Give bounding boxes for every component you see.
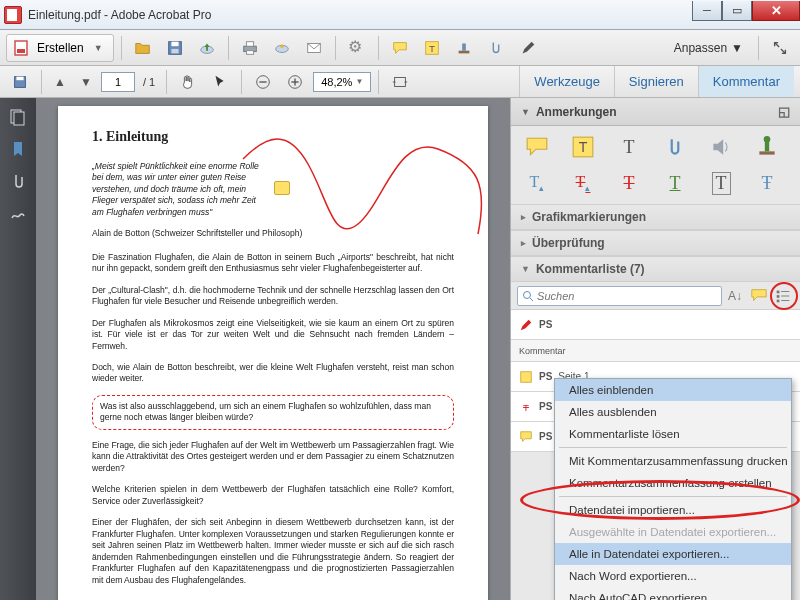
options-button[interactable]: ⚙ (343, 34, 371, 62)
stamp-tool[interactable] (755, 136, 779, 158)
tab-tools[interactable]: Werkzeuge (519, 66, 614, 97)
hand-icon (179, 73, 197, 91)
menu-print-summary[interactable]: Mit Kommentarzusammenfassung drucken (555, 450, 791, 472)
sign-tool-button[interactable] (514, 34, 542, 62)
gear-icon: ⚙ (348, 39, 366, 57)
menu-import-data[interactable]: Datendatei importieren... (555, 499, 791, 521)
page-up-button[interactable]: ▲ (49, 71, 71, 93)
create-pdf-icon (13, 39, 31, 57)
underline-tool[interactable]: T (663, 172, 687, 194)
thumbnails-panel-button[interactable] (5, 104, 31, 130)
highlight-tool-button[interactable]: T (418, 34, 446, 62)
highlight-annotation-icon (519, 370, 533, 384)
svg-rect-25 (14, 112, 24, 125)
menu-export-autocad[interactable]: Nach AutoCAD exportieren... (555, 587, 791, 600)
hand-tool-button[interactable] (174, 68, 202, 96)
highlight-t-icon: T (571, 135, 595, 159)
menu-export-all[interactable]: Alle in Datendatei exportieren... (555, 543, 791, 565)
menu-export-selected: Ausgewählte in Datendatei exportieren... (555, 521, 791, 543)
cursor-icon (211, 73, 229, 91)
zoom-level-select[interactable]: 48,2%▼ (313, 72, 371, 92)
create-button[interactable]: Erstellen ▼ (6, 34, 114, 62)
zoom-out-button[interactable] (249, 68, 277, 96)
annotations-label: Anmerkungen (536, 105, 617, 119)
paperclip-tool-icon (487, 39, 505, 57)
save-button[interactable] (161, 34, 189, 62)
review-section-header[interactable]: ▸Überprüfung (511, 230, 800, 256)
fit-width-button[interactable] (386, 68, 414, 96)
menu-export-word[interactable]: Nach Word exportieren... (555, 565, 791, 587)
attachments-panel-button[interactable] (5, 168, 31, 194)
highlight-t-icon: T (423, 39, 441, 57)
arrow-down-icon: ▼ (80, 75, 92, 89)
highlight-text-tool[interactable]: T (571, 136, 595, 158)
menu-separator (559, 447, 787, 448)
commentlist-section-header[interactable]: ▼Kommentarliste (7) (511, 256, 800, 282)
menu-create-summary[interactable]: Kommentarzusammenfassung erstellen (555, 472, 791, 494)
strikeout-tool[interactable]: T (617, 172, 641, 194)
share-button[interactable] (268, 34, 296, 62)
menu-show-all[interactable]: Alles einblenden (555, 379, 791, 401)
zoom-level-value: 48,2% (321, 76, 352, 88)
comment-search-input[interactable] (537, 290, 717, 302)
replace-text-tool[interactable]: T▴ (571, 172, 595, 194)
audio-tool[interactable] (709, 136, 733, 158)
document-pane[interactable]: 1. Einleitung „Meist spielt Pünktlichkei… (36, 98, 510, 600)
paperclip-blue-icon (663, 135, 687, 159)
insert-text-tool[interactable]: T▴ (525, 172, 549, 194)
strikeout-annotation-icon: T (519, 400, 533, 414)
save-cloud-button[interactable] (193, 34, 221, 62)
arrow-up-icon: ▲ (54, 75, 66, 89)
tab-sign[interactable]: Signieren (614, 66, 698, 97)
tab-comment[interactable]: Kommentar (698, 66, 794, 97)
minimize-button[interactable]: ─ (692, 1, 722, 21)
save-quick-button[interactable] (6, 68, 34, 96)
comment-bubble-button[interactable] (386, 34, 414, 62)
svg-line-32 (530, 298, 533, 301)
doc-para: Doch, wie Alain de Botton beschreibt, we… (92, 362, 454, 385)
filter-button[interactable] (748, 285, 770, 307)
speaker-icon (709, 135, 733, 159)
print-button[interactable] (236, 34, 264, 62)
email-button[interactable] (300, 34, 328, 62)
fullscreen-button[interactable] (766, 34, 794, 62)
customize-menu[interactable]: Anpassen ▼ (666, 41, 751, 55)
correction-tool[interactable]: Ŧ (755, 172, 779, 194)
page-down-button[interactable]: ▼ (75, 71, 97, 93)
sort-button[interactable]: A↓ (724, 285, 746, 307)
separator (378, 70, 379, 94)
options-button[interactable] (772, 285, 794, 307)
text-tool[interactable]: T (617, 136, 641, 158)
text-box-tool[interactable]: T (709, 172, 733, 194)
select-tool-button[interactable] (206, 68, 234, 96)
comment-search-bar: A↓ (511, 282, 800, 310)
maximize-button[interactable]: ▭ (722, 1, 752, 21)
sticky-note-annotation[interactable] (274, 181, 290, 195)
app-icon (4, 6, 22, 24)
attach-file-tool[interactable] (663, 136, 687, 158)
svg-rect-14 (458, 50, 469, 53)
svg-rect-4 (171, 48, 178, 53)
attach-button[interactable] (482, 34, 510, 62)
svg-rect-15 (462, 43, 466, 50)
zoom-in-button[interactable] (281, 68, 309, 96)
stamp-button[interactable] (450, 34, 478, 62)
signatures-panel-button[interactable] (5, 200, 31, 226)
graphics-section-header[interactable]: ▸Grafikmarkierungen (511, 204, 800, 230)
popout-icon[interactable]: ◱ (778, 104, 790, 119)
menu-detach-list[interactable]: Kommentarliste lösen (555, 423, 791, 445)
open-button[interactable] (129, 34, 157, 62)
comment-list-item[interactable]: Kommentar (511, 340, 800, 362)
close-button[interactable]: ✕ (752, 1, 800, 21)
annotations-section-header[interactable]: ▼ Anmerkungen ◱ (511, 98, 800, 126)
bookmark-icon (9, 140, 27, 158)
comment-list-item[interactable]: PS (511, 310, 800, 340)
bookmarks-panel-button[interactable] (5, 136, 31, 162)
triangle-down-icon: ▼ (521, 264, 530, 274)
doc-para: Eine Frage, die sich jeder Flughafen auf… (92, 440, 454, 474)
svg-text:T: T (579, 139, 588, 155)
cloud-annotation[interactable]: Was ist also ausschlaggebend, um sich an… (92, 395, 454, 430)
menu-hide-all[interactable]: Alles ausblenden (555, 401, 791, 423)
sticky-note-tool[interactable] (525, 136, 549, 158)
page-number-input[interactable] (101, 72, 135, 92)
